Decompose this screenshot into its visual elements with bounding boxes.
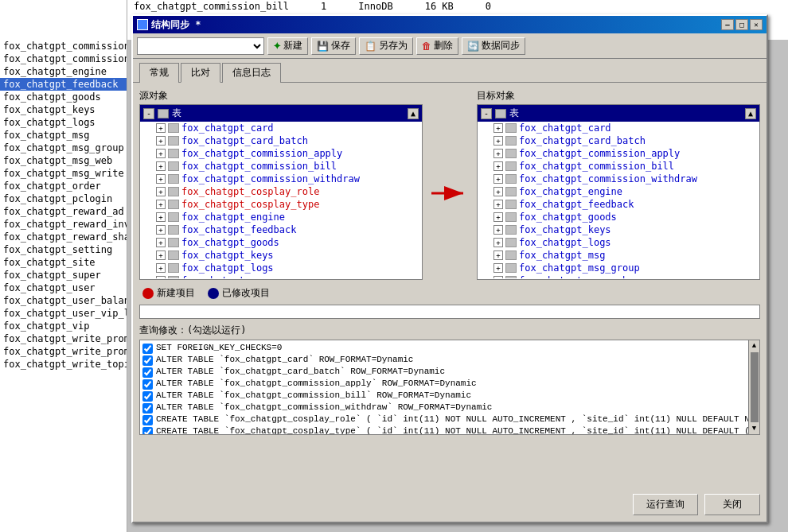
tree-expand-icon[interactable]: + [156,238,166,247]
saveas-button[interactable]: 📋 另存为 [359,37,413,55]
source-expand-btn[interactable]: - [143,108,154,119]
source-tree-item[interactable]: + fox_chatgpt_commission_apply [140,147,422,160]
query-checkbox[interactable] [142,391,153,402]
source-tree[interactable]: - 表 ▲ + fox_chatgpt_card + fox_chatgpt_c… [139,104,423,280]
tree-expand-icon[interactable]: + [493,225,503,235]
source-tree-body[interactable]: + fox_chatgpt_card + fox_chatgpt_card_ba… [140,122,422,278]
source-scroll-up[interactable]: ▲ [408,108,419,119]
sidebar-item[interactable]: fox_chatgpt_feedback [0,78,127,91]
sidebar-item[interactable]: fox_chatgpt_write_prompts_v [0,345,127,358]
tree-expand-icon[interactable]: + [493,187,503,196]
tree-expand-icon[interactable]: + [156,123,166,133]
target-tree-item[interactable]: + fox_chatgpt_card [478,122,759,134]
query-checkbox[interactable] [142,355,153,366]
sidebar-item[interactable]: fox_chatgpt_reward_invite [0,218,127,231]
query-checkbox[interactable] [142,403,153,414]
query-scroll-up[interactable]: ▲ [751,340,758,351]
sidebar-item[interactable]: fox_chatgpt_goods [0,91,127,103]
source-tree-item[interactable]: + fox_chatgpt_engine [140,211,422,223]
sidebar-item[interactable]: fox_chatgpt_site [0,256,127,269]
sidebar-item[interactable]: fox_chatgpt_keys [0,103,127,116]
sidebar-item[interactable]: fox_chatgpt_commission_bill [0,40,127,52]
source-tree-item[interactable]: + fox_chatgpt_commission_withdraw [140,173,422,185]
tree-expand-icon[interactable]: + [493,276,503,278]
target-tree-item[interactable]: + fox_chatgpt_card_batch [478,134,759,147]
tree-expand-icon[interactable]: + [156,263,166,273]
source-tree-item[interactable]: + fox_chatgpt_commission_bill [140,160,422,173]
minimize-button[interactable]: — [721,19,734,30]
sidebar-item[interactable]: fox_chatgpt_write_topic [0,358,127,371]
target-tree-item[interactable]: + fox_chatgpt_commission_withdraw [478,173,759,185]
source-tree-item[interactable]: + fox_chatgpt_card_batch [140,134,422,147]
target-expand-btn[interactable]: - [481,108,492,119]
query-checkbox[interactable] [142,367,153,378]
tree-expand-icon[interactable]: + [493,263,503,273]
tab-compare[interactable]: 比对 [181,63,220,83]
sidebar-item[interactable]: fox_chatgpt_msg_group [0,142,127,154]
tree-expand-icon[interactable]: + [156,250,166,260]
query-scroll-down[interactable]: ▼ [751,423,758,434]
source-tree-item[interactable]: + fox_chatgpt_cosplay_type [140,198,422,211]
sidebar-item[interactable]: fox_chatgpt_commission_withdraw [0,52,127,65]
tree-expand-icon[interactable]: + [493,136,503,146]
close-dialog-button[interactable]: 关闭 [704,494,760,515]
tree-expand-icon[interactable]: + [156,136,166,146]
delete-button[interactable]: 🗑 删除 [416,37,458,55]
source-tree-item[interactable]: + fox_chatgpt_msg [140,274,422,278]
close-window-button[interactable]: ✕ [750,19,763,30]
tree-expand-icon[interactable]: + [156,200,166,209]
query-checkbox[interactable] [142,344,153,354]
query-box[interactable]: SET FOREIGN_KEY_CHECKS=0ALTER TABLE `fox… [139,340,760,435]
sidebar-item[interactable]: fox_chatgpt_user [0,282,127,294]
sidebar-item[interactable]: fox_chatgpt_reward_ad [0,205,127,218]
tree-expand-icon[interactable]: + [156,174,166,184]
tab-general[interactable]: 常规 [139,63,179,83]
datasync-button[interactable]: 🔄 数据同步 [462,37,525,55]
tree-expand-icon[interactable]: + [156,161,166,171]
target-tree-item[interactable]: + fox_chatgpt_commission_bill [478,160,759,173]
target-tree-item[interactable]: + fox_chatgpt_msg [478,249,759,262]
tree-expand-icon[interactable]: + [493,123,503,133]
maximize-button[interactable]: □ [735,19,748,30]
target-tree-item[interactable]: + fox_chatgpt_feedback [478,198,759,211]
target-tree-body[interactable]: + fox_chatgpt_card + fox_chatgpt_card_ba… [478,122,759,278]
target-tree-item[interactable]: + fox_chatgpt_commission_apply [478,147,759,160]
source-tree-item[interactable]: + fox_chatgpt_logs [140,262,422,274]
source-tree-item[interactable]: + fox_chatgpt_feedback [140,223,422,236]
save-button[interactable]: 💾 保存 [311,37,356,55]
tree-expand-icon[interactable]: + [493,174,503,184]
tree-expand-icon[interactable]: + [156,276,166,278]
target-tree-item[interactable]: + fox_chatgpt_engine [478,185,759,198]
source-tree-item[interactable]: + fox_chatgpt_goods [140,236,422,249]
target-tree-item[interactable]: + fox_chatgpt_goods [478,211,759,223]
sidebar-item[interactable]: fox_chatgpt_super [0,269,127,282]
query-checkbox[interactable] [142,379,153,390]
sidebar-item[interactable]: fox_chatgpt_setting [0,243,127,256]
tree-expand-icon[interactable]: + [156,225,166,235]
target-tree-item[interactable]: + fox_chatgpt_logs [478,236,759,249]
target-tree[interactable]: - 表 ▲ + fox_chatgpt_card + fox_chatgpt_c… [477,104,760,280]
target-tree-item[interactable]: + fox_chatgpt_keys [478,223,759,236]
tree-expand-icon[interactable]: + [493,238,503,247]
sidebar-item[interactable]: fox_chatgpt_pclogin [0,192,127,205]
sidebar-item[interactable]: fox_chatgpt_reward_share [0,231,127,243]
sidebar-item[interactable]: fox_chatgpt_msg_write [0,167,127,180]
connection-dropdown[interactable] [137,37,264,55]
sidebar-item[interactable]: fox_chatgpt_order [0,180,127,192]
sidebar-item[interactable]: fox_chatgpt_engine [0,65,127,78]
source-tree-item[interactable]: + fox_chatgpt_card [140,122,422,134]
tree-expand-icon[interactable]: + [493,161,503,171]
sidebar-item[interactable]: fox_chatgpt_logs [0,116,127,129]
tree-expand-icon[interactable]: + [493,250,503,260]
tree-expand-icon[interactable]: + [493,149,503,158]
source-tree-item[interactable]: + fox_chatgpt_keys [140,249,422,262]
query-checkbox[interactable] [142,427,153,435]
sidebar-item[interactable]: fox_chatgpt_write_prompts [0,332,127,345]
target-scroll-up[interactable]: ▲ [745,108,756,119]
tree-expand-icon[interactable]: + [156,212,166,222]
sidebar-item[interactable]: fox_chatgpt_msg [0,129,127,142]
new-button[interactable]: ✦ 新建 [267,37,308,55]
sidebar-item[interactable]: fox_chatgpt_vip [0,320,127,332]
sidebar-item[interactable]: fox_chatgpt_msg_web [0,154,127,167]
tree-expand-icon[interactable]: + [493,200,503,209]
